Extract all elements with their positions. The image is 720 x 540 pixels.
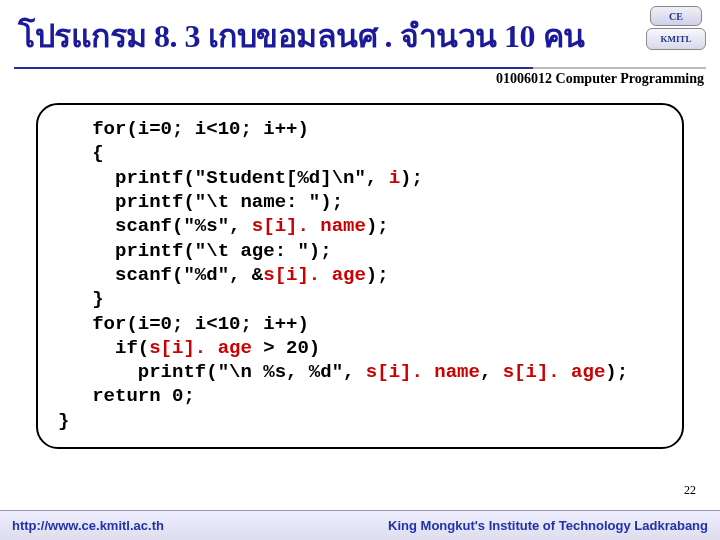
slide-footer: http://www.ce.kmitl.ac.th King Mongkut's… (0, 510, 720, 540)
code-line: } (58, 410, 69, 432)
code-line: printf("\t name: "); (58, 191, 343, 213)
footer-institution: King Mongkut's Institute of Technology L… (388, 518, 708, 533)
page-number: 22 (684, 483, 696, 498)
code-line: scanf("%d", & (58, 264, 263, 286)
code-line: printf("Student[%d]\n", (58, 167, 389, 189)
code-line: return 0; (58, 385, 195, 407)
code-line: scanf("%s", (58, 215, 252, 237)
code-line: if( (58, 337, 149, 359)
code-line: for(i=0; i<10; i++) (58, 313, 309, 335)
code-content: for(i=0; i<10; i++) { printf("Student[%d… (58, 117, 662, 433)
slide: โปรแกรม 8. 3 เกบขอมลนศ . จำนวน 10 คน CE … (0, 0, 720, 540)
kmitl-logo: CE KMITL (646, 6, 706, 52)
code-line: for(i=0; i<10; i++) (58, 118, 309, 140)
code-line: printf("\n %s, %d", (58, 361, 366, 383)
code-line: ); (366, 264, 389, 286)
code-box: for(i=0; i<10; i++) { printf("Student[%d… (36, 103, 684, 449)
code-line: ); (366, 215, 389, 237)
slide-title: โปรแกรม 8. 3 เกบขอมลนศ . จำนวน 10 คน (18, 10, 702, 61)
code-var: s[i]. age (263, 264, 366, 286)
code-var: i (389, 167, 400, 189)
slide-header: โปรแกรม 8. 3 เกบขอมลนศ . จำนวน 10 คน CE … (0, 0, 720, 61)
code-var: s[i]. age (149, 337, 252, 359)
code-var: s[i]. name (252, 215, 366, 237)
logo-top-text: CE (650, 6, 702, 26)
code-line: ); (605, 361, 628, 383)
code-line: > 20) (252, 337, 320, 359)
code-var: s[i]. name (366, 361, 480, 383)
code-line: { (58, 142, 104, 164)
code-line: ); (400, 167, 423, 189)
title-wrap: โปรแกรม 8. 3 เกบขอมลนศ . จำนวน 10 คน (18, 10, 702, 61)
course-code: 01006012 Computer Programming (0, 69, 720, 87)
code-var: s[i]. age (503, 361, 606, 383)
code-line: , (480, 361, 503, 383)
code-line: } (58, 288, 104, 310)
footer-url: http://www.ce.kmitl.ac.th (12, 518, 164, 533)
code-line: printf("\t age: "); (58, 240, 332, 262)
logo-bottom-text: KMITL (646, 28, 706, 50)
